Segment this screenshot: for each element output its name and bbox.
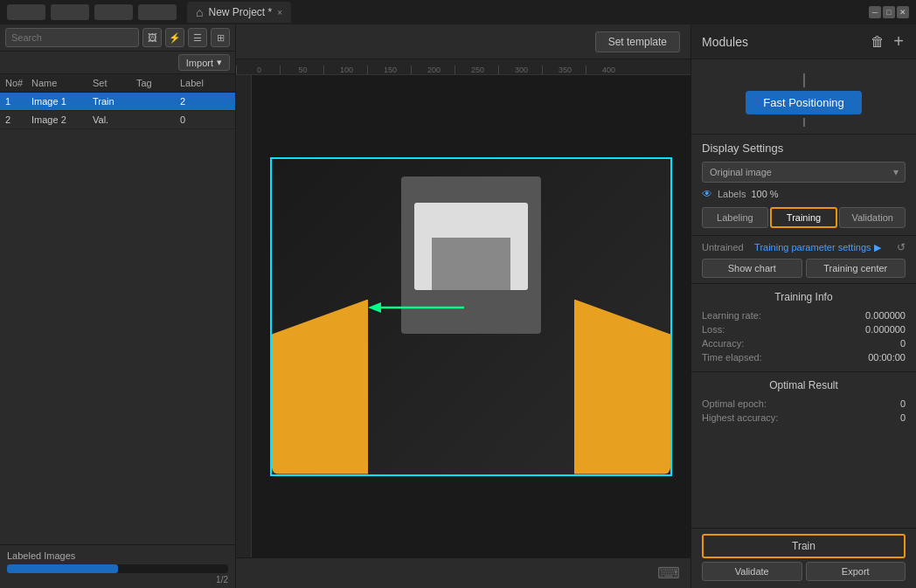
- title-bar: ⌂ New Project * × ─ □ ✕: [0, 0, 916, 24]
- learning-rate-row: Learning rate: 0.000000: [702, 308, 906, 322]
- table-row[interactable]: 1 Image 1 Train 2: [0, 93, 235, 111]
- show-chart-button[interactable]: Show chart: [702, 259, 802, 278]
- ruler-tick: 350: [542, 66, 586, 74]
- win-minimize-icon[interactable]: ─: [869, 6, 881, 18]
- time-elapsed-label: Time elapsed:: [702, 352, 762, 363]
- optimal-epoch-label: Optimal epoch:: [702, 398, 767, 409]
- col-tag: Tag: [136, 78, 180, 88]
- labels-row: 👁 Labels 100 %: [702, 188, 906, 200]
- col-label: Label: [180, 78, 230, 88]
- bottom-action-buttons: Train Validate Export: [691, 528, 916, 588]
- image-background: [272, 159, 670, 474]
- search-bar: 🖼 ⚡ ☰ ⊞: [0, 24, 235, 52]
- set-template-button[interactable]: Set template: [595, 31, 680, 52]
- canvas-image: [272, 159, 670, 474]
- display-settings-section: Display Settings Original image 👁 Labels…: [691, 135, 916, 236]
- extra-btn[interactable]: [138, 4, 177, 20]
- table-header: No# Name Set Tag Label: [0, 74, 235, 93]
- import-bar: Import ▾: [0, 52, 235, 74]
- annotation-arrow: [350, 299, 473, 316]
- right-panel: Modules 🗑 + Fast Positioning Display Set…: [690, 24, 916, 588]
- labeling-tab[interactable]: Labeling: [702, 207, 768, 228]
- training-center-button[interactable]: Training center: [806, 259, 906, 278]
- tab-close-icon[interactable]: ×: [277, 8, 282, 17]
- export-button[interactable]: Export: [806, 562, 906, 581]
- progress-label: 1/2: [7, 575, 228, 585]
- import-button[interactable]: Import ▾: [178, 54, 230, 71]
- win-close-icon[interactable]: ✕: [897, 6, 909, 18]
- canvas-area: [236, 75, 690, 557]
- refresh-button[interactable]: ↺: [897, 241, 906, 253]
- training-tab[interactable]: Training: [770, 207, 838, 228]
- modules-header: Modules 🗑 +: [691, 24, 916, 59]
- table-body: 1 Image 1 Train 2 2 Image 2 Val. 0: [0, 93, 235, 544]
- bottom-bar: ⌨: [236, 557, 690, 588]
- fast-positioning-section: Fast Positioning: [691, 59, 916, 135]
- modules-title: Modules: [702, 35, 748, 49]
- untrained-row: Untrained Training parameter settings ▶ …: [702, 241, 906, 253]
- add-module-button[interactable]: +: [892, 31, 906, 52]
- dropdown-arrow-icon: ▾: [217, 57, 222, 68]
- keyboard-icon: ⌨: [657, 564, 680, 583]
- image-display-dropdown[interactable]: Original image: [702, 162, 906, 183]
- vertical-ruler: [236, 75, 252, 557]
- image-import-icon[interactable]: 🖼: [142, 28, 162, 47]
- ruler-tick: 150: [367, 66, 411, 74]
- white-panel: [414, 203, 528, 290]
- accuracy-row: Accuracy: 0: [702, 336, 906, 350]
- optimal-result-title: Optimal Result: [702, 379, 906, 391]
- win-restore-icon[interactable]: □: [883, 6, 895, 18]
- ruler-tick: 250: [455, 66, 498, 74]
- param-settings-link[interactable]: Training parameter settings ▶: [754, 242, 881, 253]
- restore-btn[interactable]: [94, 4, 133, 20]
- grid-icon[interactable]: ⊞: [211, 28, 230, 47]
- fast-positioning-button[interactable]: Fast Positioning: [746, 91, 862, 114]
- search-input[interactable]: [5, 28, 139, 47]
- learning-rate-label: Learning rate:: [702, 310, 761, 321]
- time-elapsed-row: Time elapsed: 00:00:00: [702, 350, 906, 364]
- progress-bar-container: [7, 564, 228, 573]
- ruler-tick: 200: [411, 66, 455, 74]
- toolbar-top: Set template: [236, 24, 690, 59]
- col-no: No#: [5, 78, 31, 88]
- connector-line-bottom: [803, 118, 805, 127]
- training-controls-section: Untrained Training parameter settings ▶ …: [691, 236, 916, 284]
- title-controls: ─ □ ✕: [869, 6, 909, 18]
- highest-accuracy-row: Highest accuracy: 0: [702, 411, 906, 425]
- horizontal-ruler: 0 50 100 150 200 250 300 350 400: [236, 59, 690, 75]
- list-icon[interactable]: ☰: [188, 28, 207, 47]
- optimal-epoch-value: 0: [900, 398, 906, 409]
- window-buttons: [7, 4, 177, 20]
- device-right-part: [574, 300, 670, 474]
- main-area: 🖼 ⚡ ☰ ⊞ Import ▾ No# Name Set Tag Label …: [0, 24, 916, 588]
- image-viewport[interactable]: [252, 75, 690, 557]
- validation-tab[interactable]: Validation: [839, 207, 906, 228]
- highest-accuracy-label: Highest accuracy:: [702, 412, 778, 423]
- filter-icon[interactable]: ⚡: [165, 28, 184, 47]
- minimize-btn[interactable]: [7, 4, 45, 20]
- progress-bar-fill: [7, 564, 118, 573]
- project-tab[interactable]: ⌂ New Project * ×: [187, 2, 291, 23]
- chart-center-row: Show chart Training center: [702, 259, 906, 278]
- connector-strip: [432, 238, 510, 290]
- svg-marker-1: [368, 302, 381, 313]
- table-row[interactable]: 2 Image 2 Val. 0: [0, 111, 235, 129]
- highest-accuracy-value: 0: [900, 412, 906, 423]
- accuracy-label: Accuracy:: [702, 338, 744, 349]
- ruler-tick: 50: [280, 66, 323, 74]
- labeled-images-label: Labeled Images: [7, 550, 228, 561]
- labels-percentage: 100 %: [751, 189, 778, 199]
- validate-export-row: Validate Export: [702, 562, 906, 581]
- loss-row: Loss: 0.000000: [702, 322, 906, 336]
- loss-label: Loss:: [702, 324, 725, 335]
- delete-module-button[interactable]: 🗑: [869, 31, 886, 52]
- train-button[interactable]: Train: [702, 534, 906, 558]
- validate-button[interactable]: Validate: [702, 562, 802, 581]
- ruler-tick: 300: [498, 66, 542, 74]
- accuracy-value: 0: [900, 338, 906, 349]
- device-left-part: [272, 300, 368, 474]
- maximize-btn[interactable]: [51, 4, 89, 20]
- optimal-epoch-row: Optimal epoch: 0: [702, 397, 906, 411]
- view-tabs: Labeling Training Validation: [702, 207, 906, 228]
- training-info-title: Training Info: [702, 291, 906, 303]
